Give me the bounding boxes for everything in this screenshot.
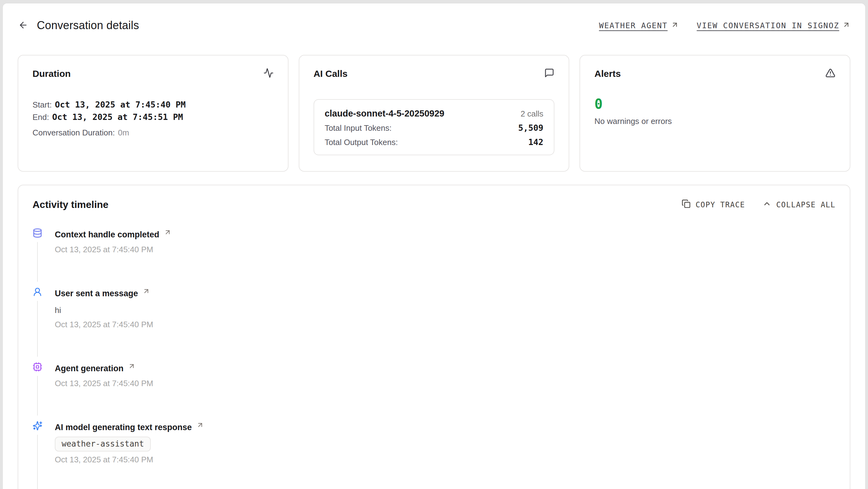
timeline-item-context-handle: Context handle completed Oct 13, 2025 at…	[32, 228, 836, 255]
alerts-count: 0	[594, 96, 836, 112]
timeline-connector	[37, 376, 38, 415]
model-usage-box: claude-sonnet-4-5-20250929 2 calls Total…	[314, 99, 555, 155]
conversation-duration-label: Conversation Duration:	[32, 128, 115, 137]
weather-agent-link[interactable]: WEATHER AGENT	[599, 21, 679, 30]
activity-timeline-panel: Activity timeline COPY TRACE COLLAPSE AL…	[18, 185, 850, 489]
arrow-up-right-icon	[143, 287, 150, 300]
duration-rows: Start:Oct 13, 2025 at 7:45:40 PM End:Oct…	[32, 98, 274, 139]
end-label: End:	[32, 113, 49, 122]
cpu-icon	[32, 362, 42, 372]
output-tokens-label: Total Output Tokens:	[325, 138, 398, 147]
timeline-items: Context handle completed Oct 13, 2025 at…	[32, 228, 836, 465]
end-row: End:Oct 13, 2025 at 7:45:51 PM	[32, 111, 274, 123]
ai-calls-card-header: AI Calls	[314, 68, 555, 79]
copy-icon	[682, 199, 691, 210]
input-tokens-value: 5,509	[518, 123, 543, 133]
timeline-item-link[interactable]: Context handle completed	[55, 228, 836, 241]
timeline-connector	[37, 242, 38, 282]
output-tokens-value: 142	[528, 137, 544, 147]
timeline-item-link[interactable]: User sent a message	[55, 287, 836, 300]
copy-trace-button[interactable]: COPY TRACE	[682, 199, 745, 210]
collapse-all-button[interactable]: COLLAPSE ALL	[763, 199, 836, 210]
arrow-up-right-icon	[671, 21, 679, 30]
alerts-message: No warnings or errors	[594, 117, 836, 126]
timeline-item-agent-generation: Agent generation Oct 13, 2025 at 7:45:40…	[32, 362, 836, 389]
timeline-item-timestamp: Oct 13, 2025 at 7:45:40 PM	[55, 244, 836, 255]
ai-calls-card: AI Calls claude-sonnet-4-5-20250929 2 ca…	[299, 55, 569, 172]
activity-icon	[264, 68, 274, 79]
message-square-icon	[544, 68, 554, 79]
timeline-title: Activity timeline	[32, 199, 108, 210]
header-links: WEATHER AGENT VIEW CONVERSATION IN SIGNO…	[599, 21, 850, 30]
alerts-card: Alerts 0 No warnings or errors	[580, 55, 850, 172]
chevron-up-icon	[763, 199, 771, 210]
duration-card-title: Duration	[32, 68, 70, 79]
user-icon	[32, 287, 42, 297]
conversation-details-page: Conversation details WEATHER AGENT VIEW …	[0, 0, 868, 489]
view-conversation-in-signoz-link[interactable]: VIEW CONVERSATION IN SIGNOZ	[697, 21, 850, 30]
output-tokens-row: Total Output Tokens: 142	[325, 137, 544, 147]
model-calls-count: 2 calls	[521, 109, 544, 119]
timeline-item-ai-text-response: AI model generating text response weathe…	[32, 421, 836, 465]
timeline-connector	[37, 301, 38, 357]
arrow-left-icon	[18, 20, 28, 31]
page-title: Conversation details	[37, 19, 139, 32]
model-name: claude-sonnet-4-5-20250929	[325, 109, 444, 119]
timeline-item-badge-row: weather-assistant	[55, 434, 836, 452]
model-row: claude-sonnet-4-5-20250929 2 calls	[325, 109, 544, 119]
warning-triangle-icon	[825, 68, 836, 79]
header-left: Conversation details	[18, 19, 139, 32]
duration-card-header: Duration	[32, 68, 274, 79]
input-tokens-row: Total Input Tokens: 5,509	[325, 123, 544, 133]
timeline-header: Activity timeline COPY TRACE COLLAPSE AL…	[32, 199, 836, 210]
timeline-item-timestamp: Oct 13, 2025 at 7:45:40 PM	[55, 378, 836, 389]
end-value: Oct 13, 2025 at 7:45:51 PM	[52, 112, 183, 122]
summary-cards: Duration Start:Oct 13, 2025 at 7:45:40 P…	[18, 55, 850, 172]
page-header: Conversation details WEATHER AGENT VIEW …	[18, 18, 850, 33]
timeline-item-link[interactable]: Agent generation	[55, 362, 836, 375]
start-row: Start:Oct 13, 2025 at 7:45:40 PM	[32, 98, 274, 111]
ai-calls-card-title: AI Calls	[314, 68, 348, 79]
content-sheet: Conversation details WEATHER AGENT VIEW …	[2, 3, 866, 489]
alerts-card-header: Alerts	[594, 68, 836, 79]
arrow-up-right-icon	[196, 421, 204, 434]
timeline-item-content: hi	[55, 305, 836, 316]
database-icon	[32, 228, 42, 238]
start-value: Oct 13, 2025 at 7:45:40 PM	[55, 100, 186, 109]
conversation-duration-row: Conversation Duration:0m	[32, 126, 274, 139]
timeline-connector	[37, 435, 38, 489]
timeline-actions: COPY TRACE COLLAPSE ALL	[682, 199, 836, 210]
start-label: Start:	[32, 100, 52, 109]
agent-name-badge: weather-assistant	[55, 437, 151, 452]
arrow-up-right-icon	[128, 362, 135, 375]
conversation-duration-value: 0m	[118, 128, 129, 137]
back-button[interactable]	[18, 20, 29, 31]
alerts-card-title: Alerts	[594, 68, 621, 79]
input-tokens-label: Total Input Tokens:	[325, 123, 392, 133]
timeline-item-user-message: User sent a message hi Oct 13, 2025 at 7…	[32, 287, 836, 330]
duration-card: Duration Start:Oct 13, 2025 at 7:45:40 P…	[18, 55, 288, 172]
arrow-up-right-icon	[164, 228, 172, 241]
timeline-item-timestamp: Oct 13, 2025 at 7:45:40 PM	[55, 454, 836, 465]
arrow-up-right-icon	[842, 21, 850, 30]
timeline-item-timestamp: Oct 13, 2025 at 7:45:40 PM	[55, 319, 836, 330]
sparkles-icon	[32, 421, 42, 431]
timeline-item-link[interactable]: AI model generating text response	[55, 421, 836, 434]
